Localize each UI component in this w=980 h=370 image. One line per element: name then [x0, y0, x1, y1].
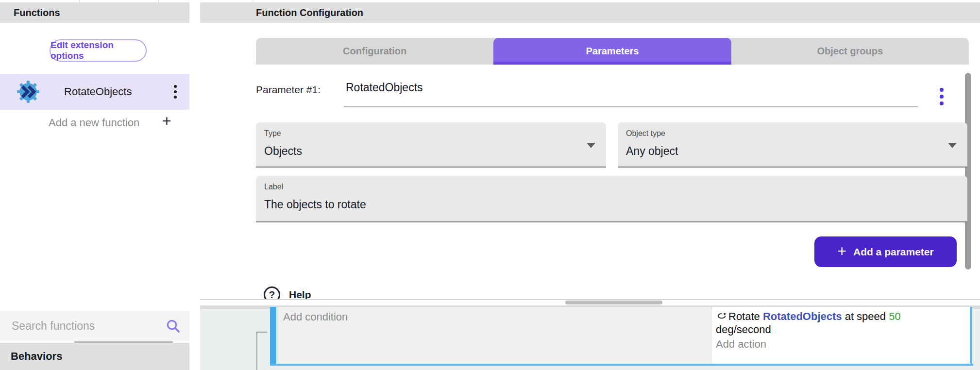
behaviors-section-header[interactable]: Behaviors — [0, 343, 189, 370]
function-item-menu-icon[interactable] — [174, 85, 177, 99]
tab-object-groups[interactable]: Object groups — [731, 38, 969, 65]
event-conditions-cell[interactable]: Add condition — [276, 307, 711, 364]
add-new-function-row[interactable]: Add a new function + — [0, 111, 189, 135]
parameter-name-underline — [344, 106, 918, 107]
event-selection-border — [270, 364, 973, 366]
parameter-number-label: Parameter #1: — [256, 84, 321, 96]
parameter-label-field-value: The objects to rotate — [264, 198, 366, 211]
function-gear-icon — [16, 79, 41, 104]
functions-sidebar: Functions Edit extension options RotateO… — [0, 2, 189, 370]
panel-divider-gap — [189, 0, 200, 370]
tab-configuration-label: Configuration — [343, 46, 406, 57]
object-type-select-label: Object type — [626, 129, 665, 138]
function-name: RotateObjects — [64, 85, 132, 98]
add-new-function-label: Add a new function — [49, 117, 139, 129]
search-icon[interactable] — [165, 318, 181, 334]
tab-configuration[interactable]: Configuration — [256, 38, 493, 65]
type-select[interactable]: Type Objects — [256, 122, 606, 168]
add-parameter-button[interactable]: + Add a parameter — [814, 236, 957, 267]
plus-icon: + — [837, 243, 846, 259]
object-type-select-value: Any object — [626, 145, 678, 158]
search-functions-bar — [0, 311, 189, 341]
add-condition-link[interactable]: Add condition — [283, 311, 348, 323]
rotate-icon — [716, 311, 727, 322]
action-suffix: deg/second — [716, 323, 967, 336]
event-selection-border — [970, 307, 972, 364]
chevron-down-icon — [948, 143, 957, 148]
action-text[interactable]: Rotate RotatedObjects at speed 50 — [716, 310, 967, 323]
tab-parameters-label: Parameters — [586, 46, 639, 57]
add-action-link[interactable]: Add action — [716, 337, 967, 351]
configuration-tab-bar: Configuration Parameters Object groups — [256, 38, 969, 65]
parameter-menu-icon[interactable] — [940, 88, 944, 105]
object-type-select[interactable]: Object type Any object — [618, 122, 967, 168]
parameter-label-field[interactable]: Label The objects to rotate — [256, 176, 967, 222]
parameter-label-field-label: Label — [264, 183, 283, 191]
tab-parameters[interactable]: Parameters — [493, 38, 731, 65]
event-indent-guide — [256, 332, 257, 370]
event-actions-cell[interactable]: Rotate RotatedObjects at speed 50 deg/se… — [712, 307, 971, 364]
type-select-value: Objects — [264, 145, 302, 158]
edit-extension-options-label: Edit extension options — [51, 40, 146, 61]
vertical-scrollbar[interactable] — [965, 73, 971, 269]
plus-icon: + — [162, 112, 171, 130]
event-drag-handle[interactable] — [270, 307, 276, 364]
event-indent-guide — [256, 332, 267, 333]
behaviors-title: Behaviors — [11, 350, 62, 363]
horizontal-scrollbar-thumb[interactable] — [565, 301, 662, 304]
add-parameter-label: Add a parameter — [853, 246, 934, 258]
type-select-label: Type — [264, 129, 281, 138]
search-functions-input[interactable] — [11, 319, 156, 333]
tab-object-groups-label: Object groups — [817, 46, 883, 57]
action-value: 50 — [889, 310, 900, 322]
function-configuration-panel: Function Configuration Configuration Par… — [200, 2, 980, 370]
edit-extension-options-button[interactable]: Edit extension options — [50, 39, 147, 62]
chevron-down-icon — [587, 143, 595, 148]
action-prefix: Rotate — [728, 310, 763, 322]
action-middle: at speed — [842, 310, 889, 322]
function-configuration-title: Function Configuration — [200, 2, 980, 23]
functions-panel-title: Functions — [0, 2, 189, 23]
action-object-name: RotatedObjects — [763, 310, 842, 322]
events-sheet-panel: Add condition Rotate RotatedObjects at s… — [200, 299, 980, 370]
app-window: Functions Edit extension options RotateO… — [0, 0, 980, 370]
parameter-name-input[interactable]: RotatedObjects — [346, 81, 423, 94]
function-list-item-rotateobjects[interactable]: RotateObjects — [0, 74, 189, 110]
